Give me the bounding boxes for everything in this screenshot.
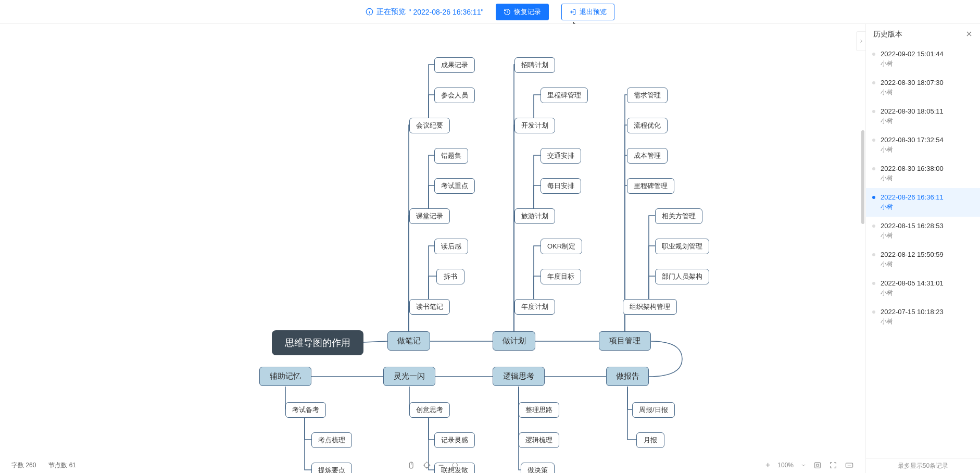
close-icon[interactable]: [965, 30, 973, 39]
mindmap-node[interactable]: 考试备考: [285, 402, 326, 418]
version-item[interactable]: 2022-09-02 15:01:44小树: [866, 45, 980, 73]
mindmap-node[interactable]: 需求管理: [627, 88, 668, 103]
version-timestamp: 2022-08-26 16:36:11: [881, 193, 973, 201]
zoom-dot-icon[interactable]: [451, 462, 458, 469]
svg-point-13: [453, 463, 457, 467]
version-item[interactable]: 2022-08-05 14:31:01小树: [866, 274, 980, 303]
version-item[interactable]: 2022-08-30 18:07:30小树: [866, 73, 980, 102]
mindmap-node[interactable]: 辅助记忆: [259, 367, 311, 386]
preview-timestamp: " 2022-08-26 16:36:11": [409, 8, 484, 16]
mindmap-node[interactable]: 整理思路: [519, 402, 559, 418]
preview-info: 正在预览 " 2022-08-26 16:36:11": [366, 7, 484, 17]
canvas-scrollbar[interactable]: [860, 26, 864, 456]
version-item[interactable]: 2022-07-15 10:18:23小树: [866, 303, 980, 331]
mindmap-node[interactable]: 组织架构管理: [623, 299, 677, 315]
focus-icon[interactable]: [813, 461, 822, 469]
version-user: 小树: [881, 317, 973, 326]
fullscreen-icon[interactable]: [829, 461, 837, 469]
mindmap-node[interactable]: 错题集: [434, 148, 468, 164]
mindmap-canvas[interactable]: 思维导图的作用做笔记做计划项目管理辅助记忆灵光一闪逻辑思考做报告会议纪要成果记录…: [0, 24, 980, 473]
svg-rect-14: [815, 463, 821, 468]
keyboard-icon[interactable]: [845, 461, 854, 469]
mindmap-node[interactable]: 职业规划管理: [655, 239, 709, 254]
svg-rect-15: [816, 464, 819, 466]
zoom-level[interactable]: 100%: [777, 462, 794, 469]
mindmap-node[interactable]: 创意思考: [409, 402, 450, 418]
version-item[interactable]: 2022-08-30 17:32:54小树: [866, 131, 980, 159]
version-timestamp: 2022-09-02 15:01:44: [881, 50, 973, 58]
mindmap-node[interactable]: 考试重点: [434, 178, 475, 194]
preview-topbar: 正在预览 " 2022-08-26 16:36:11" 恢复记录 退出预览: [0, 0, 980, 24]
mindmap-node[interactable]: 每日安排: [541, 178, 581, 194]
version-user: 小树: [881, 174, 973, 183]
mindmap-node[interactable]: 年度目标: [541, 269, 581, 284]
version-item[interactable]: 2022-08-15 16:28:53小树: [866, 217, 980, 245]
mindmap-node[interactable]: 旅游计划: [514, 208, 555, 224]
version-timestamp: 2022-08-30 18:07:30: [881, 79, 973, 86]
mindmap-node[interactable]: 参会人员: [434, 88, 475, 103]
version-item[interactable]: 2022-08-12 15:50:59小树: [866, 245, 980, 274]
version-user: 小树: [881, 203, 973, 211]
version-timestamp: 2022-08-30 18:05:11: [881, 107, 973, 115]
info-icon: [366, 8, 373, 16]
svg-point-8: [424, 463, 429, 467]
history-panel: 历史版本 2022-09-02 15:01:44小树2022-08-30 18:…: [865, 24, 980, 473]
mindmap-node[interactable]: 读书笔记: [409, 299, 450, 315]
mouse-icon[interactable]: [407, 461, 416, 469]
panel-title: 历史版本: [873, 30, 902, 39]
mindmap-node[interactable]: 记录灵感: [434, 432, 475, 448]
version-user: 小树: [881, 145, 973, 154]
mindmap-node[interactable]: 相关方管理: [655, 208, 702, 224]
mindmap-node[interactable]: 年度计划: [514, 299, 555, 315]
zoom-in-icon[interactable]: +: [765, 460, 770, 470]
target-icon[interactable]: [423, 461, 431, 469]
version-item[interactable]: 2022-08-30 18:05:11小树: [866, 102, 980, 131]
mindmap-node[interactable]: 做计划: [493, 331, 535, 351]
word-count: 字数 260: [11, 461, 36, 470]
mindmap-node[interactable]: 流程优化: [627, 118, 668, 133]
mindmap-node[interactable]: 交通安排: [541, 148, 581, 164]
node-count: 节点数 61: [48, 461, 76, 470]
version-user: 小树: [881, 260, 973, 269]
version-timestamp: 2022-08-30 17:32:54: [881, 136, 973, 144]
scrollbar-thumb[interactable]: [861, 130, 864, 224]
history-icon: [504, 8, 511, 16]
mindmap-node[interactable]: 里程碑管理: [541, 88, 588, 103]
panel-footer: 最多显示50条记录: [866, 458, 980, 473]
mindmap-node[interactable]: 部门人员架构: [655, 269, 709, 284]
version-item[interactable]: 2022-08-30 16:38:00小树: [866, 159, 980, 188]
version-item[interactable]: 2022-08-26 16:36:11小树: [866, 188, 980, 217]
exit-preview-button[interactable]: 退出预览: [561, 4, 614, 20]
mindmap-node[interactable]: 拆书: [436, 269, 464, 284]
mindmap-node[interactable]: 成本管理: [627, 148, 668, 164]
zoom-out-icon[interactable]: −: [438, 460, 444, 471]
mindmap-node[interactable]: 做报告: [606, 367, 649, 386]
version-user: 小树: [881, 117, 973, 126]
mindmap-node[interactable]: 灵光一闪: [383, 367, 435, 386]
mindmap-node[interactable]: 考点梳理: [311, 432, 352, 448]
mindmap-node[interactable]: 里程碑管理: [627, 178, 674, 194]
mindmap-node[interactable]: 成果记录: [434, 57, 475, 73]
mindmap-node[interactable]: 招聘计划: [514, 57, 555, 73]
mindmap-node[interactable]: 开发计划: [514, 118, 555, 133]
mindmap-node[interactable]: OKR制定: [541, 239, 582, 254]
versions-list[interactable]: 2022-09-02 15:01:44小树2022-08-30 18:07:30…: [866, 45, 980, 458]
mindmap-node[interactable]: 项目管理: [599, 331, 651, 351]
mindmap-node[interactable]: 思维导图的作用: [272, 330, 363, 355]
mindmap-node[interactable]: 月报: [636, 432, 664, 448]
version-timestamp: 2022-08-12 15:50:59: [881, 251, 973, 258]
mindmap-node[interactable]: 做笔记: [387, 331, 430, 351]
mindmap-node[interactable]: 逻辑思考: [493, 367, 545, 386]
panel-collapse-button[interactable]: [856, 31, 865, 51]
panel-header: 历史版本: [866, 24, 980, 45]
mindmap-node[interactable]: 会议纪要: [409, 118, 450, 133]
mindmap-node[interactable]: 读后感: [434, 239, 468, 254]
mindmap-node[interactable]: 课堂记录: [409, 208, 450, 224]
restore-button[interactable]: 恢复记录: [496, 4, 549, 20]
version-user: 小树: [881, 88, 973, 97]
version-user: 小树: [881, 231, 973, 240]
status-bar: 字数 260 节点数 61 − + 100%: [0, 457, 865, 473]
mindmap-node[interactable]: 逻辑梳理: [519, 432, 559, 448]
chevron-down-icon[interactable]: [801, 463, 806, 468]
mindmap-node[interactable]: 周报/日报: [632, 402, 675, 418]
